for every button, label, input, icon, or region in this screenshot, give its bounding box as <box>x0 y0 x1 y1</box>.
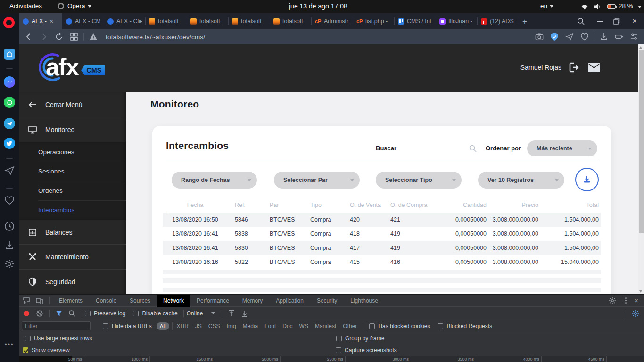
browser-tab[interactable]: totalsoft <box>229 13 270 29</box>
site-warning-icon[interactable] <box>89 33 98 41</box>
scroll-down-arrow[interactable] <box>639 290 642 293</box>
url-text[interactable]: totalsoftware.la/~afxuser/dev/cms/ <box>106 33 205 41</box>
new-tab-button[interactable]: + <box>522 17 527 26</box>
page-scrollbar[interactable] <box>638 44 644 295</box>
sidebar-telegram-icon[interactable] <box>4 118 15 129</box>
filter-type-js[interactable]: JS <box>195 323 202 329</box>
user-name[interactable]: Samuel Rojas <box>520 64 561 71</box>
downloads-icon[interactable] <box>600 33 608 41</box>
logout-icon[interactable] <box>569 62 580 73</box>
filter-type-media[interactable]: Media <box>243 323 258 329</box>
tab-close-icon[interactable]: × <box>50 17 53 25</box>
table-row[interactable]: 13/08/2020 16:165822BTC/VESCompra4154160… <box>167 255 600 269</box>
speed-dial-icon[interactable] <box>70 33 78 41</box>
battery-percent[interactable]: 28 % <box>619 2 633 9</box>
export-har-icon[interactable] <box>241 310 248 317</box>
devtools-tab-console[interactable]: Console <box>96 297 116 304</box>
sidebar-messenger-icon[interactable] <box>4 76 15 88</box>
download-button[interactable] <box>575 168 599 191</box>
group-by-frame-checkbox[interactable] <box>336 336 342 341</box>
records-select[interactable]: Ver 10 Registros <box>478 172 564 189</box>
device-toolbar-icon[interactable] <box>36 297 43 304</box>
snapshot-camera-icon[interactable] <box>535 33 544 41</box>
sidebar-history-icon[interactable] <box>4 221 15 232</box>
import-har-icon[interactable] <box>228 310 235 317</box>
bookmark-heart-icon[interactable] <box>580 33 589 41</box>
browser-tab[interactable]: totalsoft <box>146 13 187 29</box>
browser-tab[interactable]: (12) ADS <box>478 13 519 29</box>
nav-close-menu[interactable]: Cerrar Menú <box>19 92 126 117</box>
browser-tab[interactable]: AFX - Clie <box>104 13 145 29</box>
show-overview-checkbox[interactable] <box>23 347 28 353</box>
settings-sliders-icon[interactable] <box>630 33 638 41</box>
app-menu[interactable]: Opera <box>58 2 91 9</box>
inspect-icon[interactable] <box>23 297 30 304</box>
nav-subitem-intercambios[interactable]: Intercambios <box>19 200 126 220</box>
devtools-tab-lighthouse[interactable]: Lighthouse <box>350 297 378 304</box>
browser-tab[interactable]: IlloJuan - <box>436 13 477 29</box>
devtools-tab-elements[interactable]: Elements <box>59 297 83 304</box>
hide-data-urls-checkbox[interactable] <box>103 323 108 329</box>
mail-icon[interactable] <box>588 63 600 72</box>
activities-button[interactable]: Actividades <box>9 2 42 9</box>
scrollbar-thumb[interactable] <box>639 50 644 233</box>
devtools-tab-performance[interactable]: Performance <box>197 297 229 304</box>
type-select[interactable]: Seleccionar Tipo <box>376 172 462 189</box>
sidebar-myflow-icon[interactable] <box>4 165 15 176</box>
browser-tab[interactable]: totalsoft <box>270 13 311 29</box>
sidebar-downloads-icon[interactable] <box>4 239 15 251</box>
pair-select[interactable]: Seleccionar Par <box>274 172 360 189</box>
filter-icon[interactable] <box>55 310 63 317</box>
sidebar-settings-icon[interactable] <box>4 258 15 270</box>
throttling-select[interactable]: Online <box>187 310 203 317</box>
scroll-up-arrow[interactable] <box>639 46 642 49</box>
language-indicator[interactable]: en <box>540 2 553 9</box>
devtools-close-icon[interactable]: × <box>634 296 638 304</box>
nav-item-balances[interactable]: Balances <box>19 220 126 245</box>
capture-screenshots-checkbox[interactable] <box>336 347 341 353</box>
forward-icon[interactable] <box>40 33 48 41</box>
filter-type-ws[interactable]: WS <box>299 323 308 329</box>
table-row[interactable]: 13/08/2020 16:415830BTC/VESCompra4174190… <box>167 241 600 255</box>
disable-cache-checkbox[interactable] <box>133 311 139 316</box>
use-large-rows-checkbox[interactable] <box>25 336 31 341</box>
nav-subitem-ordenes[interactable]: Órdenes <box>19 181 126 200</box>
table-row[interactable]: 13/08/2020 16:505846BTC/VESCompra4204210… <box>167 213 600 227</box>
reload-icon[interactable] <box>55 33 63 41</box>
devtools-tab-security[interactable]: Security <box>317 297 337 304</box>
filter-type-xhr[interactable]: XHR <box>177 323 189 329</box>
clear-icon[interactable] <box>36 310 43 317</box>
search-icon[interactable] <box>68 310 76 317</box>
devtools-tab-sources[interactable]: Sources <box>130 297 150 304</box>
table-row[interactable]: 13/08/2020 16:415838BTC/VESCompra4184190… <box>167 227 600 241</box>
vpn-shield-icon[interactable] <box>550 33 559 41</box>
window-close-button[interactable]: × <box>628 13 641 29</box>
browser-tab[interactable]: cPAdministr <box>312 13 353 29</box>
sidebar-home-icon[interactable] <box>4 49 15 60</box>
nav-item-monitoreo[interactable]: Monitoreo <box>19 117 126 142</box>
filter-type-manifest[interactable]: Manifest <box>315 323 336 329</box>
nav-item-seguridad[interactable]: Seguridad <box>19 270 126 295</box>
afx-cms-logo[interactable]: afx CMS <box>37 52 67 83</box>
network-settings-icon[interactable] <box>632 310 639 317</box>
devtools-tab-application[interactable]: Application <box>276 297 304 304</box>
nav-item-mantenimiento[interactable]: Mantenimiento <box>19 245 126 270</box>
nav-subitem-operaciones[interactable]: Operaciones <box>19 142 126 162</box>
filter-type-css[interactable]: CSS <box>208 323 220 329</box>
date-range-select[interactable]: Rango de Fechas <box>172 172 257 189</box>
filter-type-doc[interactable]: Doc <box>282 323 292 329</box>
tab-search-icon[interactable] <box>574 13 587 29</box>
blocked-requests-checkbox[interactable] <box>438 323 443 329</box>
devtools-tab-memory[interactable]: Memory <box>242 297 263 304</box>
order-select[interactable]: Más reciente <box>527 140 597 156</box>
filter-type-font[interactable]: Font <box>264 323 276 329</box>
network-filter-input[interactable] <box>22 321 91 330</box>
devtools-menu-icon[interactable] <box>622 297 629 304</box>
devtools-tab-network[interactable]: Network <box>157 295 190 307</box>
preserve-log-checkbox[interactable] <box>85 311 91 316</box>
sidebar-twitter-icon[interactable] <box>4 138 15 149</box>
browser-tab[interactable]: cPlist.php - <box>353 13 394 29</box>
record-button[interactable] <box>24 311 29 316</box>
caret-down-icon[interactable] <box>638 6 642 8</box>
sidebar-whatsapp-icon[interactable] <box>4 97 15 108</box>
